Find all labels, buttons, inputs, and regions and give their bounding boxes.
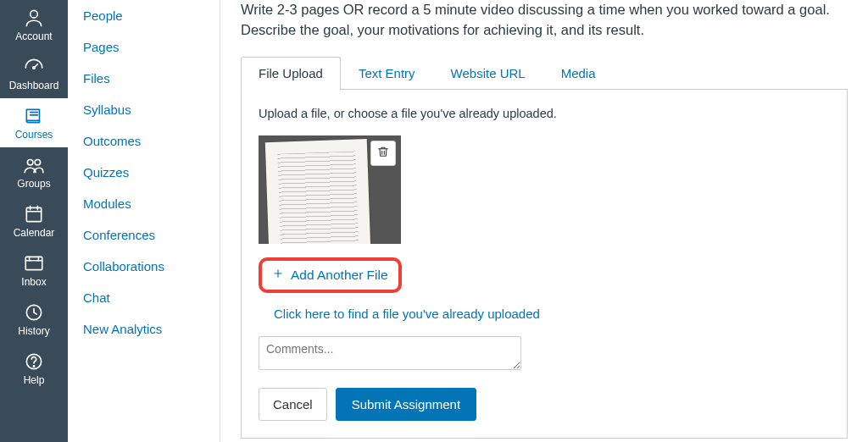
nav-groups[interactable]: Groups [0, 147, 68, 196]
coursenav-pages[interactable]: Pages [83, 31, 204, 63]
coursenav-chat[interactable]: Chat [83, 282, 204, 313]
nav-courses-label: Courses [15, 129, 53, 141]
nav-help[interactable]: Help [0, 344, 68, 393]
add-another-file-button[interactable]: Add Another File [267, 264, 393, 286]
tab-media[interactable]: Media [543, 57, 614, 90]
coursenav-people[interactable]: People [83, 0, 204, 31]
nav-calendar-label: Calendar [14, 227, 55, 239]
submit-assignment-button[interactable]: Submit Assignment [336, 388, 476, 421]
remove-file-button[interactable] [370, 141, 396, 166]
nav-courses[interactable]: Courses [0, 98, 68, 147]
tab-website-url[interactable]: Website URL [433, 57, 543, 90]
trash-icon [376, 145, 390, 161]
tab-panel-file-upload: Upload a file, or choose a file you've a… [241, 90, 848, 439]
plus-icon [272, 268, 284, 283]
uploaded-file-thumbnail[interactable] [259, 135, 401, 244]
course-nav: People Pages Files Syllabus Outcomes Qui… [68, 0, 220, 442]
coursenav-conferences[interactable]: Conferences [83, 219, 204, 251]
svg-point-2 [27, 160, 33, 166]
submission-tab-bar: File Upload Text Entry Website URL Media [241, 56, 848, 90]
svg-point-3 [35, 160, 41, 166]
global-nav: Account Dashboard Courses Groups Calenda… [0, 0, 68, 442]
find-existing-file-link[interactable]: Click here to find a file you've already… [274, 307, 830, 321]
coursenav-quizzes[interactable]: Quizzes [83, 157, 204, 188]
svg-point-1 [33, 67, 36, 69]
nav-account[interactable]: Account [0, 0, 68, 49]
tab-file-upload[interactable]: File Upload [241, 57, 341, 90]
nav-history[interactable]: History [0, 295, 68, 344]
add-another-file-label: Add Another File [291, 268, 388, 283]
coursenav-syllabus[interactable]: Syllabus [83, 94, 204, 125]
svg-point-8 [33, 366, 34, 367]
nav-inbox[interactable]: Inbox [0, 246, 68, 295]
assignment-description: Write 2-3 pages OR record a 5 minute vid… [241, 0, 848, 41]
svg-rect-5 [25, 257, 42, 269]
nav-history-label: History [18, 325, 49, 337]
coursenav-files[interactable]: Files [83, 63, 204, 94]
nav-inbox-label: Inbox [21, 276, 46, 288]
nav-dashboard-label: Dashboard [9, 80, 59, 91]
svg-point-0 [31, 10, 38, 18]
cancel-button[interactable]: Cancel [259, 388, 327, 421]
nav-help-label: Help [24, 374, 45, 386]
submit-button-row: Cancel Submit Assignment [259, 388, 830, 421]
coursenav-collaborations[interactable]: Collaborations [83, 251, 204, 282]
comments-textarea[interactable] [259, 336, 521, 370]
nav-calendar[interactable]: Calendar [0, 196, 68, 246]
main-content: Write 2-3 pages OR record a 5 minute vid… [220, 0, 868, 442]
thumbnail-image [265, 139, 370, 244]
coursenav-modules[interactable]: Modules [83, 188, 204, 219]
nav-account-label: Account [15, 30, 52, 42]
highlight-add-another-file: Add Another File [259, 257, 402, 293]
nav-groups-label: Groups [17, 178, 50, 190]
coursenav-new-analytics[interactable]: New Analytics [83, 313, 204, 345]
svg-rect-4 [26, 207, 41, 221]
upload-instructions: Upload a file, or choose a file you've a… [259, 107, 830, 120]
nav-dashboard[interactable]: Dashboard [0, 49, 68, 98]
coursenav-outcomes[interactable]: Outcomes [83, 125, 204, 157]
tab-text-entry[interactable]: Text Entry [341, 57, 433, 90]
